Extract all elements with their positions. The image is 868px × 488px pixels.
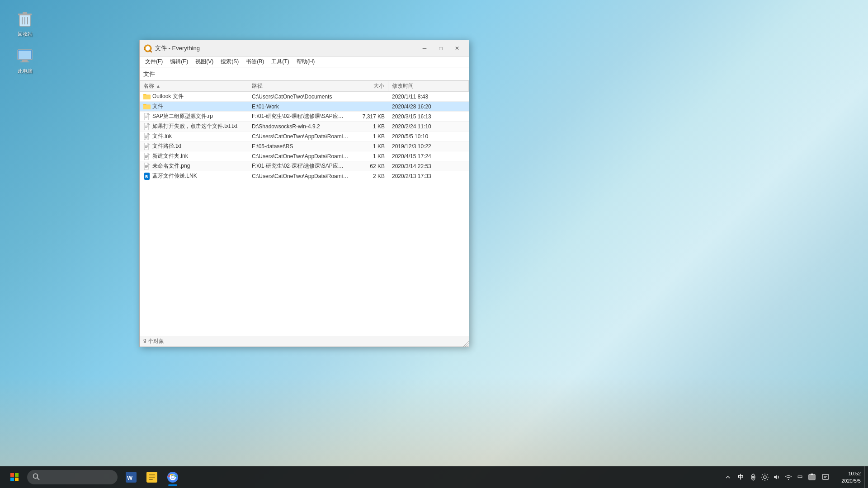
svg-rect-46 <box>10 478 14 481</box>
desktop-decoration <box>0 376 868 466</box>
svg-rect-29 <box>145 146 148 147</box>
file-row[interactable]: 新建文件夹.lnk C:\Users\CatOneTwo\AppData\Roa… <box>140 151 469 161</box>
computer-label: 此电脑 <box>18 68 33 74</box>
tray-volume-icon[interactable] <box>771 466 782 488</box>
png-icon <box>143 163 151 170</box>
file-row[interactable]: 未命名文件.png F:\01-研究生\02-课程\选修课\SAP应用与企...… <box>140 161 469 171</box>
svg-rect-65 <box>822 474 829 479</box>
file-size-cell: 1 KB <box>352 123 388 130</box>
start-button[interactable] <box>4 466 25 488</box>
minimize-button[interactable]: ─ <box>416 42 433 55</box>
svg-rect-28 <box>145 145 148 146</box>
svg-rect-22 <box>145 136 148 136</box>
file-size-cell: 7,317 KB <box>352 113 388 120</box>
menu-edit[interactable]: 编辑(E) <box>166 57 192 66</box>
status-text: 9 个对象 <box>143 338 164 345</box>
recycle-bin-icon <box>15 9 35 29</box>
taskbar-app-chrome[interactable] <box>163 467 183 487</box>
file-row[interactable]: 文件路径.txt E:\05-dataset\RS 1 KB 2019/12/3… <box>140 141 469 151</box>
menu-file[interactable]: 文件(F) <box>142 57 166 66</box>
desktop-icon-recycle[interactable]: 回收站 <box>9 9 41 37</box>
svg-rect-9 <box>20 61 29 62</box>
folder-icon <box>143 103 151 110</box>
col-header-name[interactable]: 名称 ▲ <box>140 81 248 91</box>
resize-handle[interactable] <box>463 341 469 347</box>
taskbar-app-word[interactable]: W <box>121 467 141 487</box>
col-header-date[interactable]: 修改时间 <box>388 81 469 91</box>
file-path-cell: C:\Users\CatOneTwo\AppData\Roaming\... <box>248 173 352 179</box>
tray-right: 中 <box>722 466 868 488</box>
file-date-cell: 2020/4/15 17:24 <box>388 153 469 160</box>
clock-time: 10:52 <box>848 470 861 478</box>
tray-weather-icon[interactable] <box>748 466 759 488</box>
svg-rect-64 <box>809 475 815 479</box>
desktop: 回收站 此电脑 <box>0 0 868 488</box>
svg-rect-30 <box>145 147 147 148</box>
file-row[interactable]: 文件 E:\01-Work 2020/4/28 16:20 <box>140 102 469 112</box>
file-row[interactable]: SAP第二组原型源文件.rp F:\01-研究生\02-课程\选修课\SAP应用… <box>140 112 469 122</box>
file-path-cell: E:\01-Work <box>248 103 352 110</box>
tray-battery-icon[interactable] <box>807 466 817 488</box>
menu-bookmark[interactable]: 书签(B) <box>242 57 268 66</box>
file-row[interactable]: B 蓝牙文件传送.LNK C:\Users\CatOneTwo\AppData\… <box>140 171 469 181</box>
file-size-cell: 1 KB <box>352 133 388 140</box>
tray-settings-icon[interactable] <box>760 466 770 488</box>
file-list-container: 名称 ▲ 路径 大小 修改时间 <box>140 81 469 336</box>
tray-ime-icon[interactable]: 中 <box>734 466 747 488</box>
file-date-cell: 2020/4/28 16:20 <box>388 103 469 110</box>
svg-rect-8 <box>22 60 28 61</box>
close-button[interactable]: ✕ <box>449 42 465 55</box>
show-desktop-button[interactable] <box>864 466 868 488</box>
folder-icon <box>143 93 151 100</box>
tray-network-icon[interactable] <box>783 466 794 488</box>
file-path-cell: C:\Users\CatOneTwo\AppData\Roaming\... <box>248 153 352 160</box>
svg-point-60 <box>752 476 755 479</box>
taskbar-pinned-apps: W <box>121 467 183 487</box>
file-name-text: 未命名文件.png <box>152 162 190 170</box>
maximize-button[interactable]: □ <box>433 42 449 55</box>
file-row[interactable]: lnk 文件.lnk C:\Users\CatOneTwo\AppData\Ro… <box>140 131 469 141</box>
taskbar-clock[interactable]: 10:52 2020/5/5 <box>833 470 864 485</box>
bluetooth-icon: B <box>143 173 151 180</box>
menu-tools[interactable]: 工具(T) <box>268 57 292 66</box>
tray-ime2-icon[interactable]: 中 <box>795 466 806 488</box>
file-row[interactable]: Outlook 文件 C:\Users\CatOneTwo\Documents … <box>140 92 469 102</box>
file-name-cell: Outlook 文件 <box>140 93 248 100</box>
menu-view[interactable]: 视图(V) <box>192 57 217 66</box>
file-name-text: 文件.lnk <box>152 132 172 140</box>
file-name-cell: B 蓝牙文件传送.LNK <box>140 172 248 180</box>
taskbar: W <box>0 466 868 488</box>
file-name-cell: 文件路径.txt <box>140 142 248 150</box>
taskbar-search[interactable] <box>27 470 118 484</box>
file-date-cell: 2020/1/11 8:43 <box>388 94 469 100</box>
svg-rect-44 <box>10 473 14 477</box>
file-date-cell: 2020/2/24 11:10 <box>388 123 469 130</box>
file-name-text: SAP第二组原型源文件.rp <box>152 113 213 120</box>
file-name-cell: 如果打开失败，点击这个文件.txt.txt <box>140 122 248 130</box>
doc-icon <box>143 113 151 120</box>
menu-search[interactable]: 搜索(S) <box>217 57 242 66</box>
menu-help[interactable]: 帮助(H) <box>293 57 319 66</box>
file-path-cell: F:\01-研究生\02-课程\选修课\SAP应用与企... <box>248 113 352 120</box>
svg-line-43 <box>467 345 469 347</box>
column-headers: 名称 ▲ 路径 大小 修改时间 <box>140 81 469 92</box>
col-header-path[interactable]: 路径 <box>248 81 352 91</box>
file-name-cell: SAP第二组原型源文件.rp <box>140 113 248 120</box>
svg-rect-54 <box>149 477 155 478</box>
tray-notif-center[interactable] <box>818 466 833 488</box>
svg-rect-63 <box>811 474 813 475</box>
file-size-cell: 62 KB <box>352 163 388 169</box>
svg-rect-55 <box>149 479 153 480</box>
col-header-size[interactable]: 大小 <box>352 81 388 91</box>
desktop-icon-computer[interactable]: 此电脑 <box>9 46 41 74</box>
file-list-body[interactable]: Outlook 文件 C:\Users\CatOneTwo\Documents … <box>140 92 469 336</box>
clock-date: 2020/5/5 <box>841 477 861 485</box>
svg-rect-18 <box>145 126 148 126</box>
file-date-cell: 2020/3/15 16:13 <box>388 113 469 120</box>
taskbar-app-notes[interactable] <box>142 467 162 487</box>
search-input[interactable] <box>143 70 465 77</box>
tray-up-arrow[interactable] <box>722 466 733 488</box>
svg-rect-34 <box>145 157 147 158</box>
svg-rect-19 <box>145 127 148 127</box>
file-row[interactable]: 如果打开失败，点击这个文件.txt.txt D:\ShadowsocksR-wi… <box>140 122 469 131</box>
